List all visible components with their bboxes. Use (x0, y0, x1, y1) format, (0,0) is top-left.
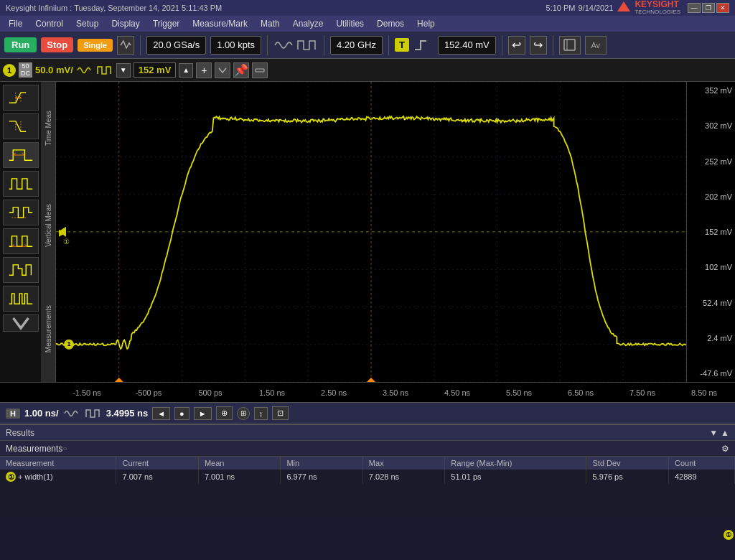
ch-settings-button[interactable] (252, 62, 268, 78)
ch-wave-sin (76, 64, 93, 77)
cell-measurement: ① + width(1) (0, 470, 116, 484)
single-button[interactable]: Single (78, 39, 113, 52)
zoom-button[interactable] (559, 36, 581, 55)
col-min: Min (281, 457, 362, 470)
stop-button[interactable]: Stop (41, 37, 73, 52)
ch1-scale-marker: ① (724, 530, 734, 540)
menu-demos[interactable]: Demos (371, 17, 410, 30)
ch-plus-button[interactable]: + (196, 62, 212, 78)
sidebar-icon-period[interactable] (3, 171, 39, 197)
settings-icon[interactable]: ⚙ (721, 444, 729, 454)
toolbar-separator-2 (267, 35, 268, 55)
h-wave-sin (63, 407, 80, 420)
waveform-shape-icons (273, 38, 318, 52)
menu-file[interactable]: File (3, 17, 28, 30)
undo-button[interactable]: ↩ (508, 36, 525, 55)
restore-button[interactable]: ❐ (702, 3, 715, 13)
menu-trigger[interactable]: Trigger (147, 17, 186, 30)
cell-min: 6.977 ns (281, 470, 362, 484)
run-button[interactable]: Run (4, 37, 37, 52)
v-scale-neg476: -47.6 mV (700, 369, 732, 378)
cell-max: 7.028 ns (362, 470, 444, 484)
channel-bar: 1 50DC 50.0 mV/ ▼ 152 mV ▲ + 📌 (0, 59, 735, 82)
ch-scale: 50.0 mV/ (35, 65, 73, 75)
h-play-button[interactable]: ● (174, 407, 189, 420)
sidebar-icon-risetime[interactable] (3, 85, 39, 111)
close-button[interactable]: ✕ (716, 3, 729, 13)
col-stddev: Std Dev (586, 457, 668, 470)
logo-area: 5:10 PM 9/14/2021 KEYSIGHT TECHNOLOGIES … (546, 0, 729, 16)
clock-time: 5:10 PM (546, 4, 576, 12)
trigger-badge: T (395, 38, 409, 52)
toolbar-separator-4 (388, 35, 389, 55)
measurements-table: Measurement Current Mean Min Max Range (… (0, 457, 735, 484)
autosetup-button[interactable] (117, 36, 134, 55)
ch-wave-square (96, 64, 113, 77)
measurements-label: Measurements (45, 305, 52, 353)
h-time-pos: 3.4995 ns (106, 408, 149, 419)
main-area: Time Meas Vertical Meas Measurements ▶ ①… (0, 82, 735, 382)
sine-icon (273, 38, 295, 52)
sample-rate-display: 20.0 GSa/s (146, 36, 206, 55)
results-collapse[interactable]: ▲ (721, 428, 729, 438)
cell-current: 7.007 ns (116, 470, 198, 484)
menu-control[interactable]: Control (29, 17, 69, 30)
h-badge: H (6, 409, 20, 419)
col-max: Max (362, 457, 444, 470)
av-button[interactable]: Av (585, 36, 607, 55)
measurements-title: Measurements (6, 444, 62, 454)
menu-analyze[interactable]: Analyze (287, 17, 329, 30)
sidebar-icon-list (0, 82, 41, 382)
h-control-bar: H 1.00 ns/ 3.4995 ns ◄ ● ► ⊕ ⊞ ↕ ⊡ (0, 402, 735, 424)
brand-subtitle: TECHNOLOGIES (635, 9, 680, 16)
menu-measure-mark[interactable]: Measure/Mark (187, 17, 253, 30)
time-350: 3.50 ns (365, 388, 426, 397)
toolbar-separator-5 (502, 35, 502, 55)
redo-button[interactable]: ↪ (530, 36, 547, 55)
h-grid-button[interactable]: ⊞ (237, 407, 250, 420)
left-sidebar: Time Meas Vertical Meas Measurements (0, 82, 56, 382)
ch-pin-button[interactable]: 📌 (233, 62, 249, 78)
sidebar-icon-freq[interactable] (3, 200, 39, 225)
svg-rect-1 (564, 39, 575, 50)
h-link-button[interactable]: ↕ (254, 407, 268, 420)
h-prev-button[interactable]: ◄ (152, 407, 170, 420)
cell-stddev: 5.976 ps (586, 470, 668, 484)
measurements-settings[interactable]: ⚙ (721, 444, 729, 454)
h-pin-button[interactable]: ⊡ (272, 406, 289, 420)
sidebar-icon-falltime[interactable] (3, 113, 39, 139)
v-scale-524: 52.4 mV (703, 299, 732, 307)
menu-math[interactable]: Math (255, 17, 286, 30)
time-500: 500 ps (179, 388, 241, 397)
minimize-button[interactable]: — (688, 3, 701, 13)
menu-help[interactable]: Help (411, 17, 441, 30)
sidebar-nav-down[interactable] (3, 314, 39, 332)
menu-setup[interactable]: Setup (70, 17, 104, 30)
measurements-tab-indicator: ○ (62, 444, 67, 452)
cell-range: 51.01 ps (445, 470, 586, 484)
ch-offset-down[interactable]: ▼ (116, 63, 131, 78)
v-scale-24: 2.4 mV (707, 334, 732, 342)
right-voltage-scale: 352 mV 302 mV 252 mV 202 mV 152 mV 102 m… (686, 82, 735, 382)
v-scale-202: 202 mV (705, 192, 732, 201)
sidebar-icon-pulsewidth[interactable] (3, 142, 39, 168)
svg-marker-0 (617, 1, 630, 11)
results-expand[interactable]: ▼ (709, 428, 718, 438)
trigger-edge-icon (413, 38, 434, 52)
sidebar-icon-multiperiod[interactable] (3, 228, 39, 254)
v-scale-152: 152 mV (705, 228, 732, 236)
menu-utilities[interactable]: Utilities (330, 17, 370, 30)
ch-offset-up[interactable]: ▲ (179, 63, 193, 78)
ch-offset-value: 152 mV (134, 62, 177, 78)
ch1-marker: ① (62, 238, 71, 246)
col-measurement: Measurement (0, 457, 116, 470)
results-controls: ▼ ▲ (709, 428, 729, 438)
sidebar-icon-pattern[interactable] (3, 286, 39, 312)
h-zoom-button[interactable]: ⊕ (216, 406, 233, 420)
sidebar-icon-runt[interactable] (3, 257, 39, 283)
menu-display[interactable]: Display (106, 17, 145, 30)
ch-collapse-button[interactable] (215, 62, 230, 78)
col-range: Range (Max-Min) (445, 457, 586, 470)
menubar: File Control Setup Display Trigger Measu… (0, 16, 735, 32)
h-next-button[interactable]: ► (194, 407, 212, 420)
